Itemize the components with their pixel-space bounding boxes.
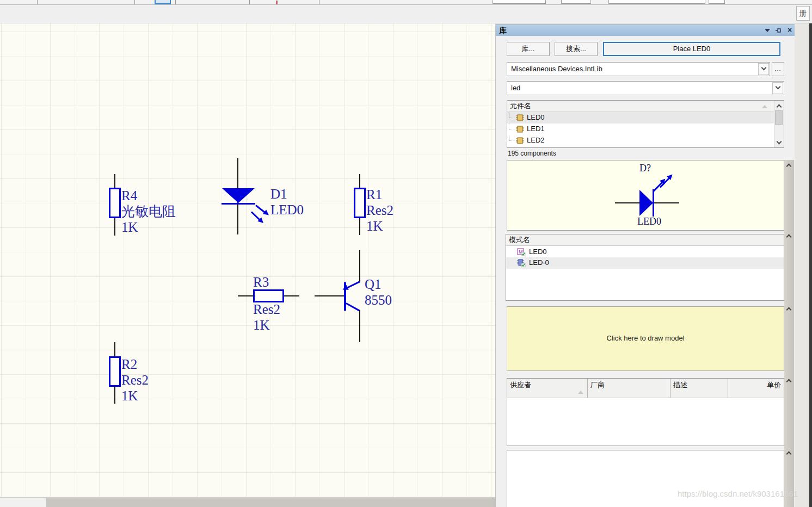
library-select-value: Miscellaneous Devices.IntLib: [511, 65, 602, 73]
component-list: 元件名 LED0 LED1: [507, 100, 784, 148]
scroll-up-icon[interactable]: [787, 235, 791, 239]
component-row-LED2[interactable]: LED2: [507, 135, 774, 146]
wire: [114, 174, 115, 189]
pin-icon[interactable]: [774, 27, 782, 34]
wire: [359, 250, 360, 282]
transistor-emitter-arrow-icon: [346, 281, 360, 289]
component-chip-icon: [515, 114, 525, 121]
column-label: 单价: [767, 381, 781, 389]
designator: R3: [253, 274, 269, 290]
component-labels: D1 LED0: [270, 186, 304, 218]
library-shelf-icon[interactable]: 册: [796, 6, 810, 21]
column-header-description[interactable]: 描述: [670, 379, 728, 398]
preview-designator: D?: [639, 163, 651, 174]
filter-input[interactable]: led: [507, 81, 784, 95]
supplier-table-header: 供应者 厂商 描述 单价: [507, 379, 784, 398]
wire: [359, 174, 360, 189]
designator: R2: [121, 356, 149, 372]
comment: 光敏电阻: [121, 203, 176, 219]
library-select[interactable]: Miscellaneous Devices.IntLib: [507, 62, 770, 76]
supplier-table: 供应者 厂商 描述 单价: [507, 378, 784, 446]
supplier-detail-area: [507, 450, 784, 507]
libraries-panel: 库 × 库... 搜索... Place LED0 Miscellaneous …: [495, 24, 795, 507]
wire: [114, 342, 115, 357]
toolbar-separator: [175, 0, 176, 4]
column-label: 厂商: [590, 381, 605, 389]
draw-model-area[interactable]: Click here to draw model: [507, 306, 784, 371]
toolbar-active-control[interactable]: [155, 0, 171, 4]
led-emission-arrow-icon: [251, 211, 261, 220]
component-row-LED1[interactable]: LED1: [507, 123, 774, 135]
right-margin: [795, 23, 809, 507]
component-list-header-label: 元件名: [510, 102, 531, 110]
scroll-up-icon[interactable]: [787, 452, 791, 456]
scroll-down-icon[interactable]: [774, 138, 784, 147]
draw-model-hint: Click here to draw model: [507, 334, 784, 342]
chevron-down-icon[interactable]: [772, 82, 783, 94]
transistor-collector-lead: [346, 302, 360, 311]
toolbar-separator: [319, 0, 319, 4]
scroll-up-icon[interactable]: [774, 101, 784, 110]
preview-component-name: LED0: [637, 216, 661, 227]
component-row-LED0[interactable]: LED0: [507, 112, 774, 123]
resistor-body: [253, 289, 284, 302]
preview-led-cathode-bar: [653, 189, 654, 217]
toolbar-button[interactable]: [709, 0, 725, 4]
column-header-manufacturer[interactable]: 厂商: [588, 379, 670, 398]
column-header-supplier[interactable]: 供应者: [507, 379, 588, 398]
top-toolbar-remnant: [0, 0, 812, 5]
symbol-preview[interactable]: D? LED0: [507, 160, 784, 231]
scroll-up-icon[interactable]: [787, 164, 791, 168]
tree-connector: [509, 112, 514, 118]
screen-edge: [809, 23, 812, 507]
comment: 8550: [365, 292, 392, 308]
comment: LED0: [270, 202, 304, 218]
component-labels: R2 Res2 1K: [121, 356, 149, 404]
model-row-LED-0[interactable]: LED-0: [506, 257, 784, 269]
scroll-up-icon[interactable]: [787, 308, 791, 312]
browse-libraries-ellipsis-button[interactable]: ...: [772, 62, 784, 76]
comment: Res2: [253, 301, 280, 317]
component-list-scrollbar[interactable]: [774, 101, 784, 147]
close-icon[interactable]: ×: [786, 27, 793, 34]
model-row-LED0[interactable]: M LED0: [506, 246, 784, 258]
toolbar-color-swatch: [276, 1, 278, 4]
horizontal-scrollbar[interactable]: [0, 497, 495, 507]
horizontal-scrollbar-thumb[interactable]: [46, 498, 495, 507]
panel-title: 库: [496, 24, 795, 36]
chevron-down-icon[interactable]: [758, 63, 769, 75]
secondary-toolbar-strip: 册: [0, 5, 812, 23]
component-name: LED2: [527, 135, 545, 146]
schematic-canvas[interactable]: R4 光敏电阻 1K D1 LED0 R1 Res2 1: [0, 23, 495, 497]
designator: R1: [366, 187, 393, 202]
model-list-header[interactable]: 模式名: [506, 234, 784, 246]
scroll-up-icon[interactable]: [787, 380, 791, 384]
wire: [114, 218, 115, 236]
wire: [114, 387, 115, 404]
resistor-body: [354, 188, 366, 218]
column-header-unit-price[interactable]: 单价: [728, 379, 784, 398]
toolbar-dropdown[interactable]: [493, 0, 546, 4]
search-button[interactable]: 搜索...: [555, 42, 598, 56]
component-list-header[interactable]: 元件名: [507, 101, 774, 112]
wire: [315, 295, 345, 296]
wire: [284, 295, 299, 296]
toolbar-separator: [134, 0, 135, 4]
comment: Res2: [366, 202, 393, 218]
component-labels: Q1 8550: [365, 276, 392, 308]
value: 1K: [366, 218, 393, 234]
toolbar-separator: [249, 0, 250, 4]
model-name: LED-0: [529, 257, 549, 268]
chevron-down-icon[interactable]: [764, 27, 771, 34]
libraries-button[interactable]: 库...: [507, 42, 550, 56]
toolbar-dropdown[interactable]: [608, 0, 705, 4]
toolbar-dropdown[interactable]: [561, 0, 591, 4]
designator: Q1: [365, 276, 392, 292]
led-emission-arrow-icon: [255, 205, 266, 213]
footprint-model-icon: [517, 259, 526, 267]
component-labels: Res2 1K: [253, 301, 280, 333]
place-component-button[interactable]: Place LED0: [603, 42, 780, 56]
scrollbar-thumb[interactable]: [775, 110, 783, 125]
resistor-body: [109, 188, 121, 218]
sort-indicator-icon: [762, 105, 767, 108]
